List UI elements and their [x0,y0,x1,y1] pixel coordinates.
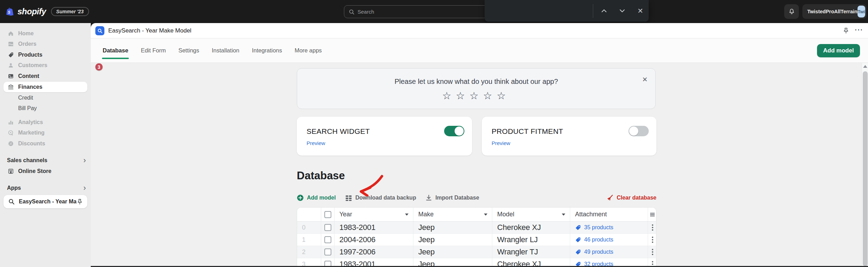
kebab-icon[interactable] [652,249,653,255]
sidebar-item-online-store[interactable]: Online Store [3,166,87,176]
content-icon [8,73,14,79]
product-fitment-label: PRODUCT FITMENT [492,127,563,136]
find-next-button[interactable] [616,5,628,16]
row-checkbox[interactable] [324,248,331,255]
scroll-up-arrow-icon[interactable] [863,65,867,68]
import-database-button[interactable]: Import Database [425,194,479,201]
find-previous-button[interactable] [598,5,610,16]
select-all-checkbox[interactable] [324,211,331,218]
tab-integrations[interactable]: Integrations [252,38,282,63]
star-icon[interactable]: ☆ [483,90,497,101]
grid-icon [345,194,352,202]
columns-icon[interactable] [650,213,655,216]
database-toolbar: Add model Download data backup Import Da… [297,192,656,203]
sidebar-item-credit[interactable]: Credit [3,93,87,103]
attachment-link[interactable]: 35 products [584,224,613,231]
app-title: EasySearch - Year Make Model [108,23,191,38]
sidebar-item-label: Finances [18,84,42,90]
sidebar: Home Orders Products Customers Content F… [0,23,91,267]
shopify-logo: S shopify Summer '23 [6,0,89,23]
search-widget-label: SEARCH WIDGET [307,127,370,136]
star-icon[interactable]: ☆ [456,90,470,101]
tag-icon [8,52,14,58]
row-checkbox[interactable] [324,224,331,231]
account-menu[interactable]: TwistedProAllTerrain Twi [802,4,867,19]
app-tab-bar: Database Edit Form Settings Installation… [91,38,868,63]
sidebar-item-home[interactable]: Home [3,28,87,39]
sidebar-item-label: Credit [18,95,33,101]
download-data-backup-button[interactable]: Download data backup [345,194,416,202]
sidebar-item-marketing[interactable]: Marketing [3,128,87,138]
kebab-icon[interactable] [652,224,653,231]
sidebar-item-products[interactable]: Products [3,50,87,60]
cell-model: Cherokee XJ [492,222,570,233]
column-header-year[interactable]: Year [334,208,413,221]
close-icon[interactable]: ✕ [642,75,648,84]
ellipsis-icon[interactable]: ⋯ [854,25,863,35]
sidebar-item-label: Analytics [18,119,43,125]
sidebar-item-label: Content [18,73,39,79]
add-model-button[interactable]: Add model [817,44,860,57]
chevron-right-icon[interactable]: › [83,184,86,192]
tab-database[interactable]: Database [103,38,128,63]
row-checkbox[interactable] [324,236,331,243]
attachment-link[interactable]: 46 products [584,237,613,243]
scrollbar-thumb[interactable] [863,71,868,266]
pinned-app-label: EasySearch - Year Ma... [19,199,76,205]
store-icon [8,168,14,174]
feedback-question: Please let us know what do you think abo… [297,78,655,86]
cell-year: 2004-2006 [334,234,413,246]
product-fitment-toggle[interactable] [628,126,649,136]
toggle-knob [629,127,638,136]
pin-icon[interactable] [76,199,83,205]
select-all-cell [321,208,334,221]
sidebar-item-label: Bill Pay [18,105,37,111]
toolbar-label: Import Database [435,195,479,201]
sidebar-item-label: Customers [18,62,47,68]
chevron-right-icon[interactable]: › [83,157,86,164]
tab-installation[interactable]: Installation [212,38,240,63]
kebab-icon[interactable] [652,237,653,243]
sidebar-item-orders[interactable]: Orders [3,39,87,49]
attachment-link[interactable]: 49 products [584,249,613,255]
app-title-bar: EasySearch - Year Make Model ⋯ [91,23,868,38]
section-header-label: Apps [7,185,21,191]
clear-database-button[interactable]: Clear database [606,192,656,203]
star-icon[interactable]: ☆ [497,90,510,101]
sidebar-item-finances[interactable]: Finances [3,82,87,92]
product-fitment-preview-link[interactable]: Preview [492,140,510,146]
column-header-make[interactable]: Make [413,208,492,221]
star-icon[interactable]: ☆ [442,90,456,101]
discount-icon [8,140,14,147]
rating-stars: ☆☆☆☆☆ [297,90,655,102]
easysearch-app-icon [95,26,104,35]
row-number: 1 [297,234,321,246]
search-widget-card: SEARCH WIDGET Preview [297,117,472,156]
tab-settings[interactable]: Settings [178,38,199,63]
column-label: Make [418,211,434,218]
cell-make: Jeep [413,234,492,246]
sidebar-item-customers[interactable]: Customers [3,60,87,71]
sidebar-item-bill-pay[interactable]: Bill Pay [3,103,87,114]
sidebar-item-easysearch-app[interactable]: EasySearch - Year Ma... [3,195,87,208]
toolbar-label: Clear database [617,195,656,201]
tab-edit-form[interactable]: Edit Form [141,38,166,63]
cell-year: 1997-2006 [334,246,413,258]
search-icon [349,9,354,15]
column-header-model[interactable]: Model [492,208,570,221]
star-icon[interactable]: ☆ [470,90,483,101]
notifications-button[interactable] [784,4,799,19]
toolbar-add-model-button[interactable]: Add model [297,194,336,201]
sidebar-item-analytics[interactable]: Analytics [3,117,87,128]
tab-more-apps[interactable]: More apps [295,38,322,63]
search-widget-preview-link[interactable]: Preview [307,140,325,146]
pin-icon[interactable] [843,27,849,34]
row-number: 0 [297,222,321,233]
findbar-close-button[interactable]: ✕ [634,5,646,16]
chart-icon [8,119,14,125]
database-heading: Database [297,169,345,182]
search-widget-toggle[interactable] [444,126,464,136]
sidebar-item-content[interactable]: Content [3,71,87,81]
sidebar-item-label: Online Store [18,168,51,174]
sidebar-item-discounts[interactable]: Discounts [3,138,87,149]
